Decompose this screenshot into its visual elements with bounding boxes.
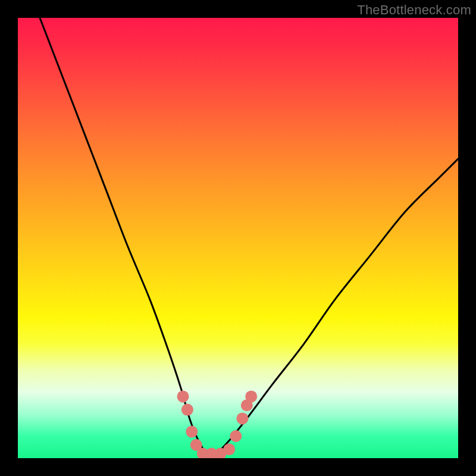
watermark-text: TheBottleneck.com	[357, 2, 471, 18]
highlight-markers	[177, 390, 258, 458]
chart-frame: TheBottleneck.com	[0, 0, 476, 476]
chart-plot-area	[18, 18, 458, 458]
highlight-marker	[181, 404, 193, 416]
highlight-marker	[236, 412, 248, 424]
bottleneck-curve	[40, 18, 458, 455]
highlight-marker	[223, 443, 235, 455]
highlight-marker	[186, 426, 198, 438]
chart-svg	[18, 18, 458, 458]
highlight-marker	[177, 390, 189, 402]
highlight-marker	[230, 430, 242, 442]
highlight-marker	[245, 390, 257, 402]
